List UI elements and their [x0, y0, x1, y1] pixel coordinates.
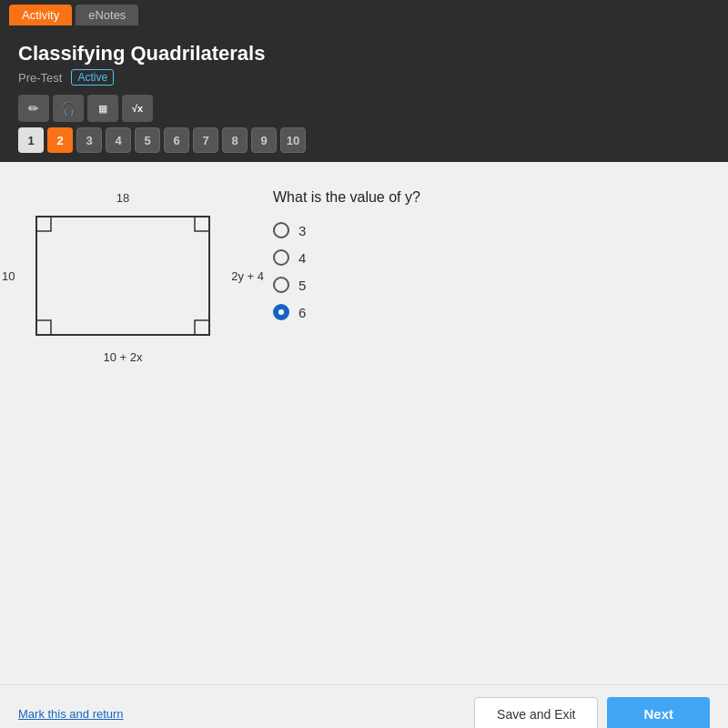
- sqrt-tool-button[interactable]: √x: [122, 95, 153, 122]
- quadrilateral-diagram: 18 10 2y + 4 10 + 2x: [27, 207, 218, 344]
- status-badge: Active: [71, 69, 114, 86]
- svg-rect-0: [36, 217, 209, 335]
- footer-right-buttons: Save and Exit Next: [474, 697, 710, 729]
- answer-label-5: 5: [298, 278, 306, 293]
- mark-return-button[interactable]: Mark this and return: [18, 707, 124, 721]
- right-dimension-label: 2y + 4: [231, 269, 264, 283]
- answer-label-3: 3: [298, 223, 306, 238]
- radio-6[interactable]: [273, 304, 289, 320]
- question-tab-1[interactable]: 1: [18, 127, 44, 153]
- top-navigation: Activity eNotes: [0, 0, 728, 29]
- left-dimension-label: 10: [2, 269, 15, 283]
- top-dimension-label: 18: [116, 191, 129, 205]
- question-tab-7[interactable]: 7: [193, 127, 218, 153]
- page-title: Classifying Quadrilaterals: [18, 42, 710, 66]
- answer-label-6: 6: [298, 305, 306, 320]
- enotes-tab[interactable]: eNotes: [76, 5, 138, 25]
- answer-option-3[interactable]: 3: [273, 222, 701, 238]
- save-exit-button[interactable]: Save and Exit: [474, 697, 598, 729]
- diagram-section: 18 10 2y + 4 10 + 2x: [27, 180, 218, 344]
- activity-tab[interactable]: Activity: [9, 5, 72, 25]
- radio-5[interactable]: [273, 277, 289, 293]
- pencil-tool-button[interactable]: ✏: [18, 95, 49, 122]
- question-tab-6[interactable]: 6: [164, 127, 189, 153]
- answer-option-4[interactable]: 4: [273, 249, 701, 266]
- toolbar: ✏ 🎧 ▦ √x: [18, 95, 710, 122]
- next-button[interactable]: Next: [607, 697, 710, 729]
- question-tab-2[interactable]: 2: [47, 127, 73, 153]
- calculator-tool-button[interactable]: ▦: [87, 95, 118, 122]
- question-tab-5[interactable]: 5: [135, 127, 160, 153]
- answer-label-4: 4: [298, 250, 306, 266]
- header-area: Classifying Quadrilaterals Pre-Test Acti…: [0, 29, 728, 162]
- question-section: What is the value of y? 3 4 5 6: [273, 180, 701, 320]
- question-text: What is the value of y?: [273, 189, 701, 206]
- question-tab-3[interactable]: 3: [76, 127, 102, 153]
- question-tab-9[interactable]: 9: [251, 127, 277, 153]
- content-area: 18 10 2y + 4 10 + 2x What is the value o…: [0, 162, 728, 684]
- answer-option-6[interactable]: 6: [273, 304, 701, 320]
- question-tab-8[interactable]: 8: [222, 127, 248, 153]
- subtitle-row: Pre-Test Active: [18, 69, 710, 86]
- bottom-dimension-label: 10 + 2x: [103, 350, 142, 364]
- question-tabs: 1 2 3 4 5 6 7 8 9 10: [18, 127, 710, 153]
- question-tab-10[interactable]: 10: [280, 127, 306, 153]
- headphones-tool-button[interactable]: 🎧: [53, 95, 84, 122]
- radio-4[interactable]: [273, 249, 289, 266]
- footer: Mark this and return Save and Exit Next: [0, 684, 728, 728]
- radio-3[interactable]: [273, 222, 289, 238]
- answer-options: 3 4 5 6: [273, 222, 701, 320]
- question-tab-4[interactable]: 4: [106, 127, 131, 153]
- quadrilateral-svg: [27, 207, 218, 344]
- pre-test-label: Pre-Test: [18, 71, 62, 85]
- answer-option-5[interactable]: 5: [273, 277, 701, 293]
